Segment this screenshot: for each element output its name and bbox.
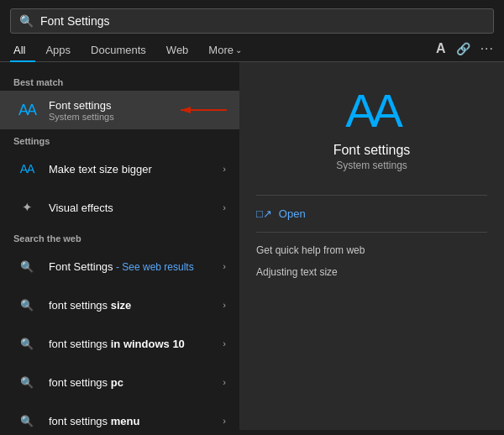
divider-1 xyxy=(256,195,487,196)
help-action[interactable]: Get quick help from web xyxy=(256,239,487,261)
best-match-item[interactable]: AA Font settings System settings xyxy=(0,91,239,129)
chevron-right-icon: › xyxy=(223,164,226,174)
tab-apps[interactable]: Apps xyxy=(35,39,81,61)
right-panel: AA Font settings System settings □↗ Open… xyxy=(239,62,504,430)
content-area: Best match AA Font settings System setti… xyxy=(0,62,504,430)
open-label: Open xyxy=(279,207,306,220)
adjusting-label: Adjusting text size xyxy=(256,266,338,278)
web-label: Search the web xyxy=(0,227,239,247)
nav-tabs: All Apps Documents Web More ⌄ A 🔗 ··· xyxy=(0,34,504,62)
chevron-right-icon-2: › xyxy=(223,202,226,212)
visual-effects-item[interactable]: ✦ Visual effects › xyxy=(0,188,239,227)
web-item-0[interactable]: 🔍 Font Settings - See web results › xyxy=(0,247,239,286)
search-icon: 🔍 xyxy=(19,14,34,28)
text-bigger-title: Make text size bigger xyxy=(49,163,223,176)
font-settings-icon: AA xyxy=(13,97,40,123)
web-item-2-title: font settings in windows 10 xyxy=(49,338,223,350)
text-size-icon: AA xyxy=(13,155,40,182)
web-item-3-title: font settings pc xyxy=(49,376,223,389)
tab-documents[interactable]: Documents xyxy=(81,39,156,61)
search-query-icon-4: 🔍 xyxy=(13,407,40,430)
divider-2 xyxy=(256,232,487,233)
share-icon[interactable]: 🔗 xyxy=(456,42,470,55)
web-item-4[interactable]: 🔍 font settings menu › xyxy=(0,401,239,430)
make-text-bigger-item[interactable]: AA Make text size bigger › xyxy=(0,149,239,188)
chevron-right-icon-6: › xyxy=(223,377,226,387)
chevron-right-icon-5: › xyxy=(223,338,226,349)
web-item-1-title: font settings size xyxy=(49,299,223,312)
best-match-subtitle: System settings xyxy=(49,112,226,122)
best-match-title: Font settings xyxy=(49,99,226,112)
visual-effects-icon: ✦ xyxy=(13,194,40,221)
chevron-right-icon-7: › xyxy=(223,416,226,426)
nav-right-icons: A 🔗 ··· xyxy=(436,41,494,60)
right-panel-subtitle: System settings xyxy=(336,160,407,171)
web-item-0-title: Font Settings - See web results xyxy=(49,260,223,273)
tab-all[interactable]: All xyxy=(10,39,35,61)
font-a-icon[interactable]: A xyxy=(436,41,446,56)
search-query-icon-3: 🔍 xyxy=(13,369,40,396)
help-label: Get quick help from web xyxy=(256,244,365,256)
right-panel-title: Font settings xyxy=(333,143,411,158)
open-icon: □↗ xyxy=(256,207,272,220)
chevron-right-icon-3: › xyxy=(223,261,226,271)
search-bar: 🔍 xyxy=(10,8,494,34)
more-options-icon[interactable]: ··· xyxy=(480,41,494,56)
open-action[interactable]: □↗ Open xyxy=(256,202,487,225)
chevron-down-icon: ⌄ xyxy=(235,45,242,55)
web-item-2[interactable]: 🔍 font settings in windows 10 › xyxy=(0,324,239,363)
best-match-label: Best match xyxy=(0,71,239,91)
tab-web[interactable]: Web xyxy=(156,39,199,61)
search-query-icon-0: 🔍 xyxy=(13,253,40,280)
tab-more[interactable]: More ⌄ xyxy=(198,39,252,61)
left-panel: Best match AA Font settings System setti… xyxy=(0,62,239,430)
right-panel-icon: AA xyxy=(345,87,398,134)
settings-label: Settings xyxy=(0,129,239,149)
search-input[interactable] xyxy=(40,14,485,28)
visual-effects-title: Visual effects xyxy=(49,202,223,214)
adjusting-action[interactable]: Adjusting text size xyxy=(256,261,487,283)
web-item-1[interactable]: 🔍 font settings size › xyxy=(0,286,239,324)
search-query-icon-1: 🔍 xyxy=(13,291,40,318)
chevron-right-icon-4: › xyxy=(223,300,226,310)
web-item-4-title: font settings menu xyxy=(49,415,223,427)
web-item-3[interactable]: 🔍 font settings pc › xyxy=(0,363,239,401)
search-query-icon-2: 🔍 xyxy=(13,330,40,357)
